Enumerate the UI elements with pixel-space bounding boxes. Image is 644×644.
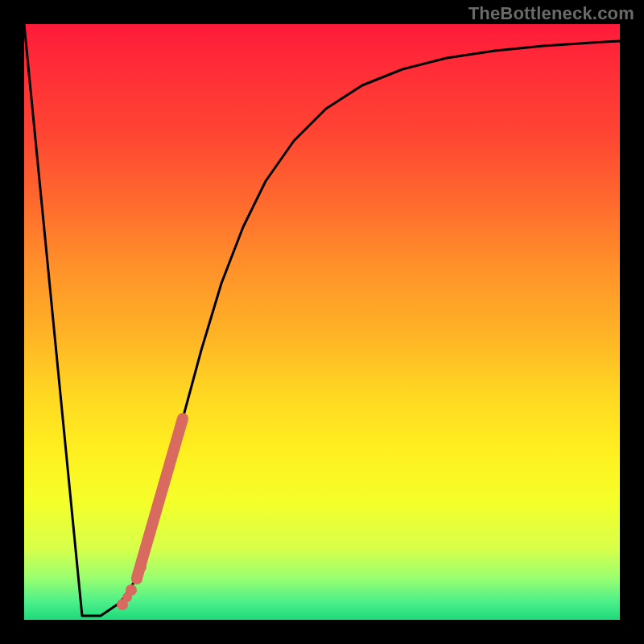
marker-group [117, 561, 147, 610]
chart-svg-layer [24, 24, 620, 620]
data-marker [131, 573, 142, 584]
thick-highlight-segment [137, 419, 183, 578]
chart-stage: TheBottleneck.com [0, 0, 644, 644]
bottleneck-curve [24, 24, 620, 616]
data-marker [126, 584, 137, 596]
data-marker [135, 561, 147, 572]
watermark-text: TheBottleneck.com [469, 3, 634, 24]
